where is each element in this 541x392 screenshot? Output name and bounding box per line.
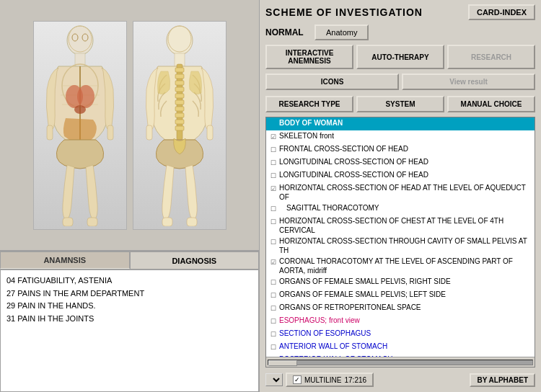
item-text: SKELETON front — [279, 131, 533, 141]
list-item[interactable]: ☐ORGANS OF RETROPERITONEAL SPACE — [266, 302, 535, 315]
multiline-label: MULTILINE — [304, 376, 342, 384]
item-checkbox[interactable]: ☐ — [268, 329, 279, 340]
item-text: CORONAL THORACOTOMY AT THE LEVEL OF ASCE… — [279, 257, 533, 275]
item-checkbox[interactable]: ☐ — [268, 303, 279, 314]
button-row-3: RESEARCH TYPE SYSTEM MANUAL CHOICE — [265, 96, 535, 112]
view-result-button[interactable]: View result — [402, 74, 535, 90]
by-alphabet-button[interactable]: BY ALPHABET — [470, 373, 535, 387]
svg-point-9 — [74, 105, 86, 114]
item-text: FRONTAL CROSS-SECTION OF HEAD — [279, 144, 533, 153]
svg-rect-21 — [175, 74, 184, 79]
svg-point-0 — [67, 26, 93, 55]
button-row-1: INTERACTIVE ANEMNESIS AUTO-THERAPY RESEA… — [265, 45, 535, 69]
list-item[interactable]: ☐ORGANS OF FEMALE SMALL PELVIS, RIGHT SI… — [266, 276, 535, 289]
item-text: ORGANS OF FEMALE SMALL PELVIS; LEFT SIDE — [279, 290, 533, 299]
list-item[interactable]: ☐SAGITTAL THORACOTOMY — [266, 202, 535, 215]
anamnesis-item-4: 31 PAIN IH THE JOINTS — [6, 313, 252, 326]
list-item[interactable]: ☐LONGITUDINAL CROSS-SECTION OF HEAD — [266, 169, 535, 182]
item-checkbox[interactable]: ☑ — [268, 257, 279, 268]
list-item[interactable]: ☐FRONTAL CROSS-SECTION OF HEAD — [266, 143, 535, 156]
item-checkbox[interactable]: ☐ — [268, 290, 279, 301]
auto-therapy-button[interactable]: AUTO-THERAPY — [356, 45, 444, 69]
item-text: HORIZONTAL CROSS-SECTION THROUGH CAVITY … — [279, 236, 533, 255]
line-info: 17:216 — [345, 376, 367, 384]
research-type-button[interactable]: RESEARCH TYPE — [265, 96, 353, 112]
right-panel: SCHEME OF INVESTIGATION CARD-INDEX NORMA… — [260, 0, 541, 392]
horizontal-scrollbar[interactable] — [266, 357, 535, 367]
item-checkbox[interactable] — [268, 118, 279, 130]
interactive-anemnesis-button[interactable]: INTERACTIVE ANEMNESIS — [265, 45, 353, 69]
item-text: SECTION OF ESOPHAGUS — [279, 329, 533, 338]
svg-rect-33 — [187, 218, 197, 226]
list-item[interactable]: ☑SKELETON front — [266, 130, 535, 143]
svg-rect-28 — [175, 120, 184, 124]
item-checkbox[interactable]: ☐ — [268, 170, 279, 182]
normal-label: NORMAL — [265, 27, 309, 37]
svg-rect-11 — [107, 125, 113, 140]
item-text: HORIZONTAL CROSS-SECTION OF HEAD AT THE … — [279, 183, 533, 202]
status-dropdown[interactable]: ▼ — [265, 373, 283, 386]
item-text: ESOPHAGUS; front view — [279, 316, 533, 325]
anatomy-button[interactable]: Anatomy — [315, 24, 369, 40]
items-list-container: BODY OF WOMAN☑SKELETON front☐FRONTAL CRO… — [265, 117, 535, 368]
normal-row: NORMAL Anatomy — [265, 24, 535, 40]
list-item[interactable]: ☐ESOPHAGUS; front view — [266, 315, 535, 328]
card-index-button[interactable]: CARD-INDEX — [468, 4, 535, 20]
item-text: HORIZONTAL CROSS-SECTION OF CHEST AT THE… — [279, 216, 533, 235]
items-list-scroll[interactable]: BODY OF WOMAN☑SKELETON front☐FRONTAL CRO… — [266, 117, 535, 357]
svg-rect-29 — [175, 126, 184, 130]
list-item[interactable]: ☑HORIZONTAL CROSS-SECTION OF HEAD AT THE… — [266, 182, 535, 202]
item-checkbox[interactable]: ☐ — [268, 216, 279, 228]
item-checkbox[interactable]: ☐ — [268, 342, 279, 353]
svg-point-17 — [167, 26, 193, 55]
manual-choice-button[interactable]: MANUAL CHOICE — [447, 96, 535, 112]
list-item[interactable]: ☐ORGANS OF FEMALE SMALL PELVIS; LEFT SID… — [266, 289, 535, 302]
item-checkbox[interactable]: ☐ — [268, 144, 279, 156]
svg-rect-10 — [47, 125, 53, 140]
item-text: ANTERIOR WALL OF STOMACH — [279, 342, 533, 351]
hscroll-thumb[interactable] — [268, 360, 297, 366]
svg-point-8 — [77, 85, 94, 108]
item-text: LONGITUDINAL CROSS-SECTION OF HEAD — [279, 157, 533, 166]
tab-row: ANAMNSIS DIAGNOSIS — [0, 251, 259, 270]
list-item[interactable]: ☑CORONAL THORACOTOMY AT THE LEVEL OF ASC… — [266, 256, 535, 276]
svg-rect-23 — [175, 87, 184, 92]
svg-rect-27 — [175, 113, 184, 117]
item-checkbox[interactable]: ☐ — [268, 277, 279, 288]
item-checkbox[interactable]: ☐ — [268, 236, 279, 248]
svg-rect-22 — [175, 81, 184, 85]
list-item[interactable]: ☐SECTION OF ESOPHAGUS — [266, 328, 535, 341]
list-item[interactable]: ☐LONGITUDINAL CROSS-SECTION OF HEAD — [266, 156, 535, 169]
item-checkbox[interactable]: ☑ — [268, 131, 279, 143]
multiline-button[interactable]: ✓ MULTILINE 17:216 — [286, 373, 374, 387]
tab-anamnesis[interactable]: ANAMNSIS — [0, 251, 130, 269]
item-checkbox[interactable]: ☐ — [268, 157, 279, 169]
tab-diagnosis[interactable]: DIAGNOSIS — [130, 251, 260, 269]
anamnesis-item-3: 29 PAIN IN THE HANDS. — [6, 300, 252, 313]
svg-rect-12 — [63, 218, 73, 226]
hscroll-track — [268, 360, 533, 365]
icons-button[interactable]: ICONS — [265, 74, 399, 90]
svg-rect-26 — [175, 107, 184, 111]
list-item[interactable]: ☐HORIZONTAL CROSS-SECTION THROUGH CAVITY… — [266, 236, 535, 256]
item-checkbox[interactable]: ☐ — [268, 316, 279, 327]
item-checkbox[interactable]: ☐ — [268, 203, 279, 215]
multiline-checkbox[interactable]: ✓ — [293, 375, 302, 384]
right-header: SCHEME OF INVESTIGATION CARD-INDEX — [265, 4, 535, 20]
list-item[interactable]: ☐ANTERIOR WALL OF STOMACH — [266, 341, 535, 354]
svg-rect-24 — [175, 94, 184, 98]
svg-rect-20 — [175, 68, 184, 72]
svg-rect-30 — [146, 125, 152, 140]
system-button[interactable]: SYSTEM — [356, 96, 444, 112]
svg-rect-13 — [87, 218, 97, 226]
list-item[interactable]: ☐HORIZONTAL CROSS-SECTION OF CHEST AT TH… — [266, 215, 535, 236]
svg-rect-32 — [162, 218, 172, 226]
item-text: BODY OF WOMAN — [279, 118, 533, 128]
bottom-tabs-panel: ANAMNSIS DIAGNOSIS 04 FATIGUABILITY, AST… — [0, 251, 259, 392]
anamnesis-item-2: 27 PAINS IN THE ARM DEPARTMENT — [6, 288, 252, 300]
research-button[interactable]: RESEARCH — [447, 45, 535, 69]
scheme-title: SCHEME OF INVESTIGATION — [265, 6, 423, 18]
item-checkbox[interactable]: ☑ — [268, 183, 279, 195]
anamnesis-content: 04 FATIGUABILITY, ASTENIA 27 PAINS IN TH… — [0, 270, 259, 392]
list-item[interactable]: BODY OF WOMAN — [266, 117, 535, 130]
